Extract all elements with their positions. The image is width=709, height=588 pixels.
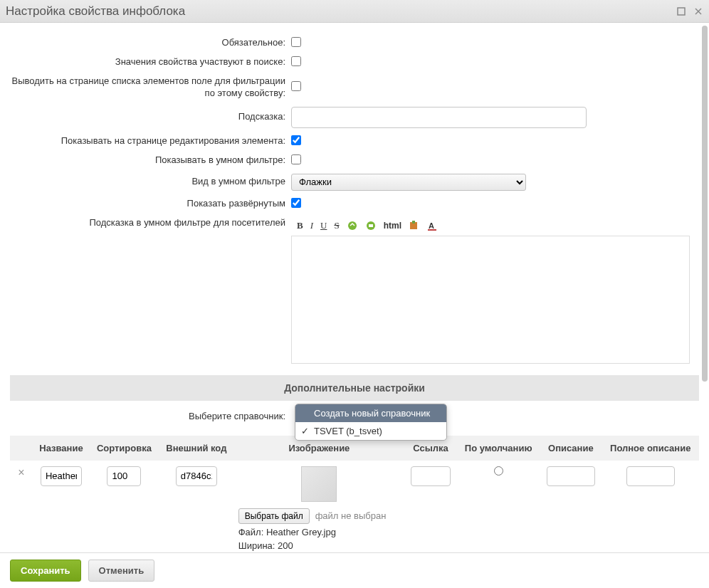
- bold-icon[interactable]: B: [297, 220, 303, 231]
- label-expanded: Показать развёрнутым: [10, 198, 291, 210]
- svg-rect-0: [678, 8, 685, 15]
- input-link[interactable]: [411, 466, 451, 486]
- editor-toolbar: B I U S html A: [291, 217, 699, 234]
- file-meta-name: Файл: Heather Grey.jpg: [238, 527, 400, 537]
- insert-icon[interactable]: [409, 220, 420, 231]
- svg-text:A: A: [429, 221, 434, 230]
- dialog-footer: Сохранить Отменить: [0, 552, 709, 588]
- titlebar: Настройка свойства инфоблока: [0, 0, 709, 23]
- radio-default[interactable]: [494, 466, 503, 476]
- input-sort[interactable]: [107, 466, 141, 486]
- label-choose-ref: Выберите справочник:: [10, 411, 291, 423]
- file-none-text: файл не выбран: [315, 510, 387, 521]
- image-thumbnail: [301, 466, 337, 502]
- checkbox-required[interactable]: [291, 37, 301, 47]
- save-button[interactable]: Сохранить: [10, 560, 81, 582]
- label-filter-field: Выводить на странице списка элементов по…: [10, 75, 291, 100]
- delete-row-icon[interactable]: ×: [18, 466, 24, 478]
- checkbox-show-on-edit[interactable]: [291, 135, 301, 145]
- svg-rect-5: [369, 224, 373, 227]
- label-hint: Подсказка:: [10, 111, 291, 123]
- dialog-title: Настройка свойства инфоблока: [6, 4, 669, 19]
- section-additional: Дополнительные настройки: [10, 375, 699, 401]
- label-required: Обязательное:: [10, 37, 291, 49]
- svg-point-3: [348, 221, 357, 230]
- checkbox-in-search[interactable]: [291, 56, 301, 66]
- th-sort: Сортировка: [90, 436, 159, 461]
- label-show-on-edit: Показывать на странице редактирования эл…: [10, 135, 291, 147]
- dialog-body: Обязательное: Значения свойства участвую…: [0, 23, 709, 552]
- link-icon[interactable]: [347, 220, 358, 231]
- dropdown-option-create[interactable]: Создать новый справочник: [295, 404, 446, 422]
- th-default: По умолчанию: [457, 436, 540, 461]
- th-name: Название: [33, 436, 90, 461]
- select-smart-view[interactable]: Флажки: [291, 174, 526, 191]
- strike-icon[interactable]: S: [334, 220, 339, 231]
- th-code: Внешний код: [159, 436, 234, 461]
- image-icon[interactable]: [365, 220, 377, 231]
- file-meta-width: Ширина: 200: [238, 540, 400, 551]
- label-smart-filter: Показывать в умном фильтре:: [10, 154, 291, 167]
- input-desc[interactable]: [547, 466, 595, 486]
- maximize-icon[interactable]: [676, 6, 686, 16]
- th-fulldesc: Полное описание: [602, 436, 699, 461]
- table-row: × Выбрать файл файл не выбран Файл: Heat…: [10, 461, 699, 552]
- label-visitor-hint: Подсказка в умном фильтре для посетителе…: [10, 217, 291, 229]
- checkbox-smart-filter[interactable]: [291, 154, 301, 164]
- label-smart-view: Вид в умном фильтре: [10, 176, 291, 188]
- input-code[interactable]: [176, 466, 217, 486]
- label-in-search: Значения свойства участвуют в поиске:: [10, 56, 291, 68]
- text-color-icon[interactable]: A: [427, 220, 438, 231]
- svg-rect-9: [428, 229, 436, 231]
- cancel-button[interactable]: Отменить: [88, 560, 155, 582]
- check-icon: ✓: [301, 426, 309, 436]
- html-button[interactable]: html: [384, 221, 401, 231]
- close-icon[interactable]: [693, 6, 703, 16]
- svg-rect-7: [412, 221, 415, 224]
- th-desc: Описание: [540, 436, 602, 461]
- italic-icon[interactable]: I: [310, 220, 313, 231]
- checkbox-filter-field[interactable]: [291, 81, 301, 91]
- editor-textarea[interactable]: [291, 236, 690, 364]
- checkbox-expanded[interactable]: [291, 198, 301, 208]
- input-fulldesc[interactable]: [626, 466, 675, 486]
- scrollbar[interactable]: [702, 26, 708, 550]
- choose-file-button[interactable]: Выбрать файл: [238, 508, 310, 524]
- input-name[interactable]: [41, 466, 82, 486]
- ref-dropdown[interactable]: Создать новый справочник ✓TSVET (b_tsvet…: [295, 404, 447, 441]
- underline-icon[interactable]: U: [320, 220, 327, 231]
- dropdown-option-tsvet[interactable]: ✓TSVET (b_tsvet): [295, 422, 446, 440]
- input-hint[interactable]: [291, 107, 587, 128]
- values-table: Название Сортировка Внешний код Изображе…: [10, 436, 699, 552]
